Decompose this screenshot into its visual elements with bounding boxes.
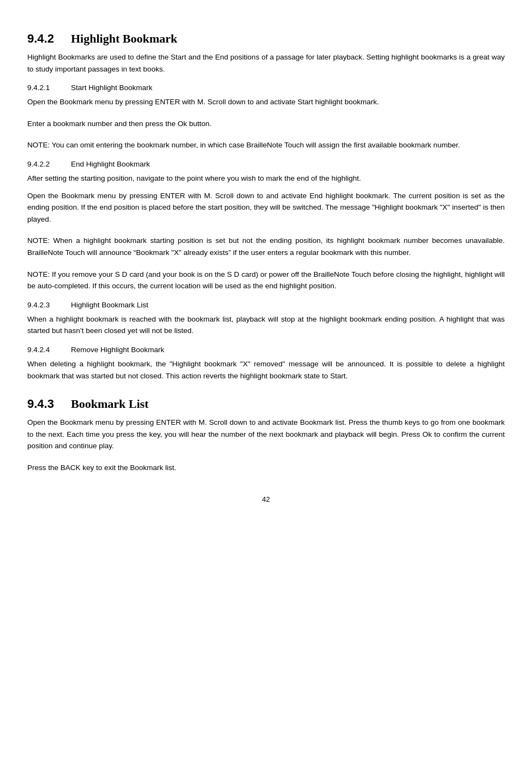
section-9423-title: Highlight Bookmark List bbox=[71, 301, 148, 309]
section-942-heading: 9.4.2 Highlight Bookmark bbox=[27, 32, 505, 46]
page-number: 42 bbox=[27, 495, 505, 503]
section-9421-para-2: Enter a bookmark number and then press t… bbox=[27, 118, 505, 130]
section-9422-para-4: NOTE: If you remove your S D card (and y… bbox=[27, 269, 505, 292]
section-9421-para-1: Open the Bookmark menu by pressing ENTER… bbox=[27, 96, 505, 108]
section-9424-heading: 9.4.2.4 Remove Highlight Bookmark bbox=[27, 346, 505, 354]
section-9421-heading: 9.4.2.1 Start Highlight Bookmark bbox=[27, 84, 505, 92]
section-9424-para-1: When deleting a highlight bookmark, the … bbox=[27, 358, 505, 382]
section-9422-title: End Highlight Bookmark bbox=[71, 160, 150, 168]
section-9422-number: 9.4.2.2 bbox=[27, 160, 71, 168]
section-9422-heading: 9.4.2.2 End Highlight Bookmark bbox=[27, 160, 505, 168]
section-9423-heading: 9.4.2.3 Highlight Bookmark List bbox=[27, 301, 505, 309]
section-9422-para-1: After setting the starting position, nav… bbox=[27, 173, 505, 185]
section-942-intro: Highlight Bookmarks are used to define t… bbox=[27, 51, 505, 75]
section-943-heading: 9.4.3 Bookmark List bbox=[27, 397, 505, 411]
section-9422-para-2: Open the Bookmark menu by pressing ENTER… bbox=[27, 190, 505, 225]
section-9422-para-3: NOTE: When a highlight bookmark starting… bbox=[27, 235, 505, 258]
section-943-number: 9.4.3 bbox=[27, 397, 71, 411]
section-942-title: Highlight Bookmark bbox=[71, 32, 177, 46]
section-943-title: Bookmark List bbox=[71, 397, 148, 411]
section-9423-number: 9.4.2.3 bbox=[27, 301, 71, 309]
section-9424-number: 9.4.2.4 bbox=[27, 346, 71, 354]
section-9424-title: Remove Highlight Bookmark bbox=[71, 346, 164, 354]
section-9421-number: 9.4.2.1 bbox=[27, 84, 71, 92]
section-943-para-1: Open the Bookmark menu by pressing ENTER… bbox=[27, 417, 505, 452]
section-942-number: 9.4.2 bbox=[27, 32, 71, 46]
section-9423-para-1: When a highlight bookmark is reached wit… bbox=[27, 313, 505, 337]
section-9421-para-3: NOTE: You can omit entering the bookmark… bbox=[27, 139, 505, 151]
section-9421-title: Start Highlight Bookmark bbox=[71, 84, 152, 92]
section-943-para-2: Press the BACK key to exit the Bookmark … bbox=[27, 462, 505, 474]
